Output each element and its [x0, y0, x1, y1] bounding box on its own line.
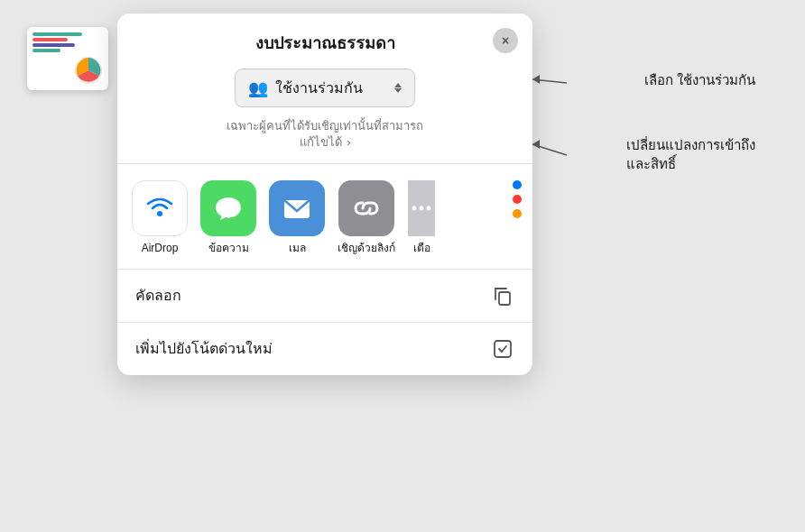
collaborate-label: ใช้งานร่วมกัน	[275, 77, 363, 99]
svg-point-3	[412, 206, 417, 211]
airdrop-icon	[132, 180, 188, 236]
quicknote-label: เพิ่มไปยังโน้ตด่วนใหม่	[135, 337, 273, 360]
more-item[interactable]: เตือ	[408, 180, 435, 256]
dot-blue[interactable]	[513, 180, 522, 189]
link-item[interactable]: เชิญด้วยลิงก์	[338, 180, 395, 256]
quicknote-action[interactable]: เพิ่มไปยังโน้ตด่วนใหม่	[117, 323, 532, 375]
collaborate-dropdown[interactable]: 👥 ใช้งานร่วมกัน	[235, 69, 415, 107]
access-link[interactable]: แก้ไขได้ ›	[300, 135, 351, 149]
people-icon: 👥	[248, 78, 268, 98]
messages-icon	[200, 180, 256, 236]
quicknote-icon	[491, 337, 514, 361]
messages-label: ข้อความ	[208, 242, 249, 256]
access-line: เฉพาะผู้คนที่ได้รับเชิญเท่านั้นที่สามารถ…	[135, 118, 514, 151]
svg-marker-11	[532, 140, 540, 149]
airdrop-item[interactable]: AirDrop	[132, 180, 188, 256]
mail-label: เมล	[289, 242, 306, 256]
svg-line-8	[532, 79, 567, 83]
more-icon	[408, 180, 435, 236]
link-icon	[338, 180, 394, 236]
page-wrapper: งบประมาณธรรมดา × 👥 ใช้งานร่วมกัน	[0, 0, 805, 532]
copy-label: คัดลอก	[135, 284, 181, 307]
messages-item[interactable]: ข้อความ	[200, 180, 256, 256]
dot-orange[interactable]	[513, 209, 522, 218]
doc-thumbnail	[27, 27, 108, 90]
chevron-up-icon	[394, 83, 402, 87]
close-button[interactable]: ×	[493, 28, 518, 53]
side-dots	[513, 180, 522, 218]
svg-rect-7	[495, 341, 511, 357]
more-label: เตือ	[413, 242, 430, 256]
svg-point-4	[420, 206, 424, 211]
copy-action[interactable]: คัดลอก	[117, 270, 532, 323]
copy-icon	[491, 284, 514, 307]
chevron-updown-icon	[394, 83, 402, 93]
svg-rect-6	[499, 292, 510, 305]
chevron-down-icon	[394, 88, 402, 93]
share-icons-row: AirDrop ข้อความ	[132, 180, 518, 256]
panel-title: งบประมาณธรรมดา	[135, 30, 514, 56]
close-icon: ×	[502, 33, 509, 48]
share-icons-section: AirDrop ข้อความ	[117, 164, 532, 270]
mail-icon	[269, 180, 325, 236]
share-panel: งบประมาณธรรมดา × 👥 ใช้งานร่วมกัน	[117, 14, 532, 375]
annotation-collab: เลือก ใช้งานร่วมกัน	[644, 70, 755, 89]
airdrop-label: AirDrop	[142, 242, 179, 256]
access-chevron: ›	[347, 134, 350, 151]
svg-marker-9	[532, 75, 540, 84]
panel-header: งบประมาณธรรมดา × 👥 ใช้งานร่วมกัน	[117, 14, 532, 164]
link-label: เชิญด้วยลิงก์	[338, 242, 395, 256]
annotation-access: เปลี่ยนแปลงการเข้าถึง และสิทธิ์	[626, 135, 755, 173]
collab-row: 👥 ใช้งานร่วมกัน	[135, 69, 514, 107]
access-text: เฉพาะผู้คนที่ได้รับเชิญเท่านั้นที่สามารถ	[227, 119, 423, 133]
svg-line-10	[532, 144, 567, 155]
svg-point-1	[157, 211, 162, 216]
mail-item[interactable]: เมล	[269, 180, 325, 256]
dot-red[interactable]	[513, 195, 522, 204]
svg-point-5	[427, 206, 431, 211]
